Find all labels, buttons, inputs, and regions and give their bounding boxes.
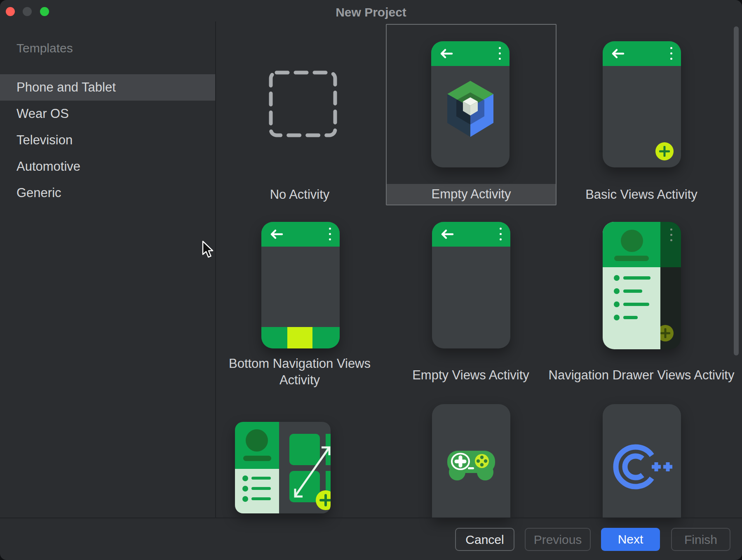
app-bar [432,222,510,247]
bottom-nav-bar [261,327,340,348]
avatar [246,429,268,452]
app-bar [431,41,510,66]
vertical-scrollbar-thumb[interactable] [734,26,739,355]
responsive-layout-icon[interactable] [235,422,331,513]
nav-drawer-panel [603,222,660,349]
window-title: New Project [0,3,742,21]
drawer-menu-list [603,267,660,349]
sidebar-item-automotive[interactable]: Automotive [0,153,215,180]
drawer-header [235,422,279,469]
phone-mockup[interactable] [432,404,510,518]
phone-mockup [431,41,510,167]
drawer-header [603,222,660,267]
sidebar-item-television[interactable]: Television [0,127,215,153]
cpp-logo-icon [611,442,673,492]
phone-mockup[interactable] [603,41,681,167]
fab-plus-icon [655,142,674,160]
sidebar-divider [215,21,216,518]
cancel-button[interactable]: Cancel [455,528,514,551]
avatar-name-placeholder [614,256,649,261]
back-arrow-icon [270,229,284,240]
finish-button[interactable]: Finish [671,528,730,551]
app-bar [261,222,340,247]
kebab-menu-icon [500,228,502,244]
phone-mockup[interactable] [603,222,681,349]
mouse-cursor [202,240,216,259]
footer-divider [0,518,742,518]
avatar-name-placeholder [243,456,271,461]
phone-mockup[interactable] [261,222,340,348]
sidebar-item-wear-os[interactable]: Wear OS [0,101,215,127]
kebab-menu-icon [499,47,501,63]
kebab-menu-icon [670,47,673,63]
gamepad-icon [442,447,500,485]
back-arrow-icon [439,48,453,59]
kebab-menu-icon [670,228,673,245]
avatar [621,230,643,252]
kebab-menu-icon [329,228,331,244]
template-card-label: Empty Activity [387,184,556,205]
dashed-placeholder-icon[interactable] [268,69,338,139]
template-card-label[interactable]: Navigation Drawer Views Activity [526,367,742,384]
sidebar-item-phone-and-tablet[interactable]: Phone and Tablet [0,74,215,101]
template-card-label[interactable]: No Activity [225,186,374,203]
next-button[interactable]: Next [601,528,660,551]
previous-button[interactable]: Previous [525,528,591,551]
back-arrow-icon [440,229,454,240]
phone-mockup[interactable] [603,404,681,518]
bottom-nav-selected-segment [287,327,312,348]
phone-mockup[interactable] [432,222,510,348]
template-card-label[interactable]: Basic Views Activity [559,186,724,203]
app-bar [603,41,681,66]
template-card-label[interactable]: Bottom Navigation Views Activity [217,355,382,388]
jetpack-compose-logo-icon [446,81,495,138]
new-project-dialog: New Project Templates Phone and Tablet W… [0,0,742,560]
back-arrow-icon [611,48,625,59]
grid-squares-diagonal-arrow [284,430,331,513]
sidebar-header: Templates [16,41,73,55]
sidebar-item-generic[interactable]: Generic [0,180,215,206]
drawer-menu-list [235,469,279,513]
